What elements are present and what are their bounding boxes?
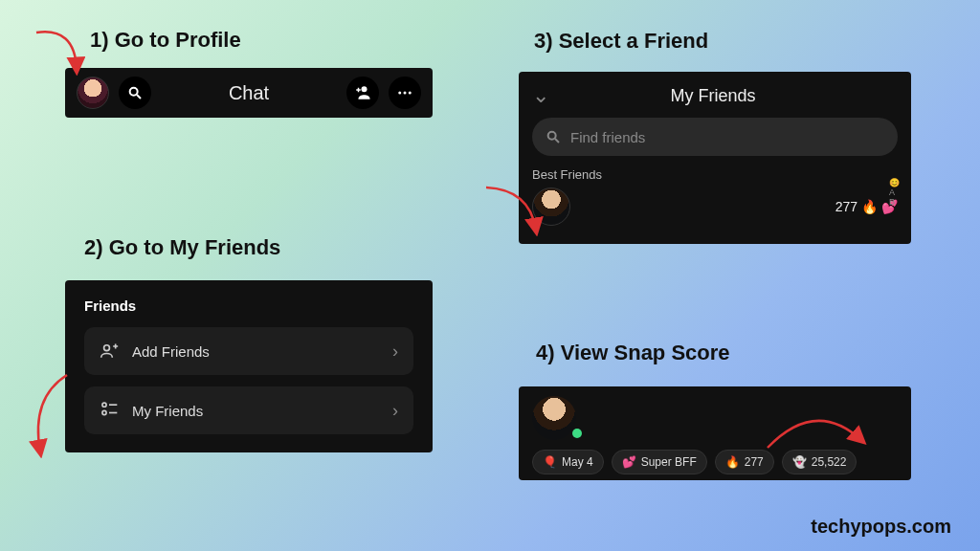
back-chevron-icon[interactable]: ⌄ xyxy=(532,83,549,108)
balloon-icon: 🎈 xyxy=(543,455,557,469)
search-icon xyxy=(127,85,143,100)
step-2-heading: 2) Go to My Friends xyxy=(84,235,280,260)
my-friends-row[interactable]: My Friends › xyxy=(84,386,413,434)
bff-pill[interactable]: 💕 Super BFF xyxy=(612,450,707,474)
watermark: techypops.com xyxy=(811,516,951,538)
more-button[interactable] xyxy=(389,77,421,109)
search-button[interactable] xyxy=(119,77,151,109)
find-friends-search[interactable]: Find friends xyxy=(532,118,898,156)
birthday-pill[interactable]: 🎈 May 4 xyxy=(532,450,604,474)
chevron-right-icon: › xyxy=(392,401,398,421)
my-friends-label: My Friends xyxy=(132,403,203,419)
hearts-icon: 💕 xyxy=(622,455,636,469)
chat-header-bar: Chat xyxy=(65,68,433,118)
add-friends-row[interactable]: Add Friends › xyxy=(84,327,413,375)
snap-score-text: 25,522 xyxy=(812,455,847,469)
search-placeholder: Find friends xyxy=(570,129,645,145)
svg-point-2 xyxy=(362,86,368,92)
streak-text: 277 xyxy=(745,455,764,469)
more-horizontal-icon xyxy=(396,84,413,101)
svg-line-1 xyxy=(137,95,141,99)
streak-count: 277 xyxy=(835,199,858,214)
friend-profile-card: 🎈 May 4 💕 Super BFF 🔥 277 👻 25,522 xyxy=(519,386,911,480)
friends-section-title: Friends xyxy=(84,298,413,314)
best-friends-section-label: Best Friends xyxy=(532,167,898,182)
birthday-text: May 4 xyxy=(562,455,593,469)
friends-section: Friends Add Friends › My Friends › xyxy=(65,280,433,452)
step-1-heading: 1) Go to Profile xyxy=(90,28,241,53)
friends-list-icon xyxy=(100,401,119,420)
my-friends-title: My Friends xyxy=(561,86,865,106)
add-person-icon xyxy=(100,342,119,361)
step-4-heading: 4) View Snap Score xyxy=(536,341,730,365)
streak-pill[interactable]: 🔥 277 xyxy=(715,450,774,474)
friend-avatar xyxy=(532,187,570,226)
profile-avatar[interactable] xyxy=(77,77,109,109)
friend-row[interactable]: 277 🔥 💕 😊 A B xyxy=(532,187,898,226)
svg-point-11 xyxy=(548,132,556,140)
svg-point-7 xyxy=(102,403,106,407)
svg-point-4 xyxy=(404,92,407,95)
svg-point-5 xyxy=(409,92,412,95)
chat-title: Chat xyxy=(161,82,337,104)
ghost-icon: 👻 xyxy=(792,455,807,469)
svg-line-12 xyxy=(555,139,559,143)
alpha-index: 😊 A B xyxy=(889,178,900,207)
svg-point-3 xyxy=(398,92,401,95)
online-status-dot xyxy=(572,429,582,438)
svg-point-8 xyxy=(102,410,106,414)
chevron-right-icon: › xyxy=(392,342,398,362)
add-friend-button[interactable] xyxy=(346,77,379,109)
search-icon xyxy=(546,129,561,144)
svg-point-6 xyxy=(104,345,110,351)
add-friends-label: Add Friends xyxy=(132,343,210,360)
add-person-icon xyxy=(354,84,371,101)
bff-text: Super BFF xyxy=(641,455,697,469)
step-3-heading: 3) Select a Friend xyxy=(534,29,708,54)
fire-icon: 🔥 xyxy=(725,455,740,469)
friend-avatar-large[interactable] xyxy=(532,396,576,440)
snap-score-pill[interactable]: 👻 25,522 xyxy=(782,450,858,474)
svg-point-0 xyxy=(130,88,138,96)
my-friends-panel: ⌄ My Friends Find friends Best Friends 2… xyxy=(519,72,911,244)
fire-icon: 🔥 xyxy=(861,199,878,214)
